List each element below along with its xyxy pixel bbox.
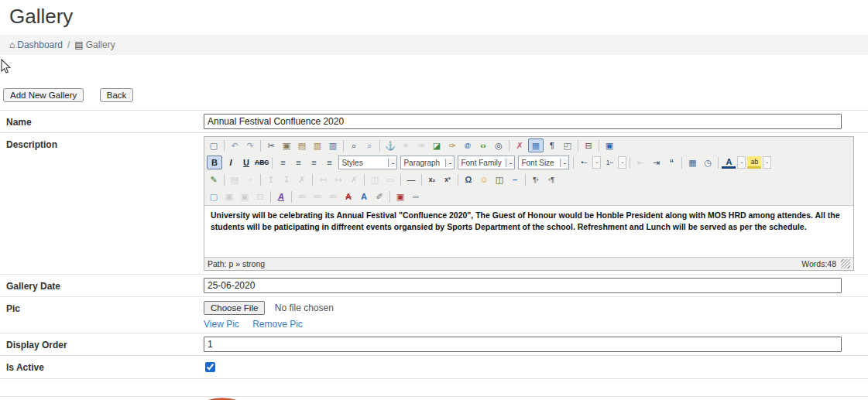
italic-icon[interactable]: I [224,156,238,169]
merge-cells-icon[interactable]: ▭ [383,173,397,186]
horizontal-rule-icon[interactable]: — [404,173,418,186]
print-icon[interactable]: ⊟ [582,139,595,152]
attributes-icon[interactable]: ✐ [372,190,386,203]
blockquote-icon[interactable]: “ [664,156,678,169]
add-new-gallery-button[interactable]: Add New Gallery [3,88,84,102]
split-cells-icon[interactable]: ◫ [368,173,382,186]
move-forward-icon[interactable]: ▣ [222,190,236,203]
align-center-icon[interactable]: ≡ [291,156,305,169]
toolbar-separator [224,174,225,186]
paste-from-word-icon[interactable]: ▥ [326,139,340,152]
link-icon[interactable]: ⚭ [399,139,413,152]
numbered-list-icon[interactable]: 1– [602,156,616,169]
font-size-select[interactable]: Font Size- [518,156,569,169]
breadcrumb-dashboard-label: Dashboard [17,39,63,50]
underline-icon[interactable]: U [239,156,253,169]
insert-row-before-icon[interactable]: ↥ [264,173,278,186]
help-icon[interactable]: @ [461,139,475,152]
indent-icon[interactable]: ⇥ [649,156,663,169]
annotation-ellipse [190,397,254,400]
editor-resize-grip[interactable] [841,259,850,268]
bold-icon[interactable]: B [207,156,222,169]
text-color-icon[interactable]: A [722,156,736,169]
highlight-color-icon[interactable]: ab [747,156,761,169]
undo-icon[interactable]: ↶ [228,139,242,152]
align-justify-icon[interactable]: ≡ [322,156,336,169]
paste-icon[interactable]: ▤ [295,139,309,152]
gallery-date-input[interactable] [204,278,842,293]
subscript-icon[interactable]: x₂ [425,173,439,186]
unlink-icon[interactable]: ⚮ [414,139,428,152]
display-order-row: Display Order [0,333,868,355]
styles-select[interactable]: Styles- [338,156,397,169]
delete-row-icon[interactable]: ✗ [295,173,309,186]
insert-time-icon[interactable]: ◷ [701,156,715,169]
redo-icon[interactable]: ↷ [243,139,257,152]
pic-label: Pic [0,297,204,333]
page-break-icon[interactable]: ═ [409,190,423,203]
name-input[interactable] [204,114,842,129]
insert-image-icon[interactable]: ▣ [393,190,407,203]
editor-toolbar: ▢↶↷✂▣▤▥▥⌕⌕⚓⚭⚮◪✑@‹›◎✗▦¶◰⊟▣BIUABC≡≡≡≡Style… [204,137,853,205]
ltr-icon[interactable]: ¶› [529,173,543,186]
insert-date-icon[interactable]: ▦ [685,156,699,169]
find-icon[interactable]: ⌕ [347,139,361,152]
table-cell-props-icon[interactable]: ▫ [243,173,257,186]
anchor-icon[interactable]: ⚓ [383,139,397,152]
breadcrumb-dashboard-link[interactable]: ⌂Dashboard [9,39,63,50]
abbr-icon[interactable]: abc [310,190,324,203]
bullet-list-icon[interactable]: •– [577,156,591,169]
absolute-position-icon[interactable]: ⊡ [253,190,267,203]
editor-content-area[interactable]: University will be celebrating its Annua… [204,205,853,257]
emoticons-icon[interactable]: ☺ [477,173,491,186]
font-family-select[interactable]: Font Family- [458,156,515,169]
paste-as-text-icon[interactable]: ▥ [310,139,324,152]
insert-layer-icon[interactable]: ▢ [207,190,221,203]
remove-pic-link[interactable]: Remove Pic [252,319,303,330]
media-icon[interactable]: ◫ [492,173,506,186]
paragraph-select[interactable]: Paragraph- [400,156,455,169]
delete-col-icon[interactable]: ✗ [347,173,361,186]
insert-col-before-icon[interactable]: ↤ [316,173,330,186]
numbered-list-dropdown[interactable]: - [618,156,626,169]
strikethrough-icon[interactable]: ABC [255,156,269,169]
back-button-top[interactable]: Back [100,88,134,102]
text-color-dropdown[interactable]: - [737,156,746,169]
style-props-icon[interactable]: A [274,190,288,203]
cleanup-icon[interactable]: ✑ [445,139,459,152]
table-row-props-icon[interactable]: ▤ [228,173,242,186]
ins-icon[interactable]: A [357,190,371,203]
del-icon[interactable]: A [341,190,355,203]
edit-css-icon[interactable]: ✎ [207,173,221,186]
cut-icon[interactable]: ✂ [264,139,278,152]
preview-icon[interactable]: ◎ [492,139,506,152]
nonbreaking-icon[interactable]: – [508,173,522,186]
bullet-list-dropdown[interactable]: - [592,156,601,169]
outdent-icon[interactable]: ⇤ [633,156,647,169]
view-pic-link[interactable]: View Pic [204,319,239,330]
insert-col-after-icon[interactable]: ↦ [331,173,345,186]
highlight-color-dropdown[interactable]: - [763,156,771,169]
align-right-icon[interactable]: ≡ [307,156,321,169]
find-replace-icon[interactable]: ⌕ [362,139,376,152]
acronym-icon[interactable]: abc [326,190,340,203]
visual-chars-icon[interactable]: ¶ [545,139,559,152]
move-backward-icon[interactable]: ▣ [238,190,252,203]
template-icon[interactable]: ◰ [561,139,575,152]
superscript-icon[interactable]: x² [441,173,455,186]
visual-aid-icon[interactable]: ▦ [528,138,544,152]
align-left-icon[interactable]: ≡ [276,156,290,169]
fullscreen-icon[interactable]: ▣ [602,139,616,152]
image-icon[interactable]: ◪ [430,139,444,152]
display-order-input[interactable] [204,337,842,352]
cite-icon[interactable]: abc [295,190,309,203]
rtl-icon[interactable]: ‹¶ [544,173,558,186]
html-source-icon[interactable]: ‹› [476,139,490,152]
is-active-checkbox[interactable] [205,362,215,372]
charmap-icon[interactable]: Ω [461,173,475,186]
remove-format-icon[interactable]: ✗ [513,139,527,152]
new-document-icon[interactable]: ▢ [207,139,221,152]
choose-file-button[interactable]: Choose File [204,301,265,315]
insert-row-after-icon[interactable]: ↧ [280,173,293,186]
copy-icon[interactable]: ▣ [280,139,293,152]
